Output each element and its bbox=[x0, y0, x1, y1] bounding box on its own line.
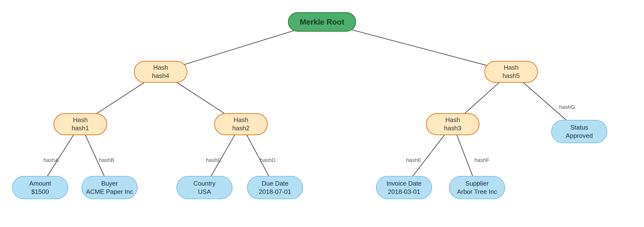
leaf-line1: Supplier bbox=[465, 179, 488, 187]
leaf-line1: Amount bbox=[29, 179, 51, 187]
leaf-node-leafA: Amount$1500 bbox=[12, 176, 68, 199]
leaf-node-leafC: CountryUSA bbox=[176, 176, 232, 199]
leaf-line2: Arbor Tree Inc bbox=[457, 187, 497, 196]
leaf-line2: USA bbox=[198, 187, 211, 196]
hash-line2: hash4 bbox=[152, 72, 170, 80]
leaf-node-leafF: SupplierArbor Tree Inc bbox=[449, 176, 505, 199]
hash-label-leafF: hashF bbox=[474, 157, 489, 163]
hash-label-leafB: hashB bbox=[99, 157, 114, 163]
hash-node-hash2: Hashhash2 bbox=[214, 113, 268, 135]
root-node: Merkle Root bbox=[288, 12, 356, 32]
leaf-line2: 2018-07-01 bbox=[259, 187, 291, 196]
hash-line2: hash3 bbox=[444, 124, 462, 132]
hash-label-leafE: hashE bbox=[406, 157, 421, 163]
hash-label-leafC: hashC bbox=[206, 157, 222, 163]
hash-line2: hash1 bbox=[72, 124, 89, 132]
leaf-line2: Approved bbox=[566, 132, 593, 140]
leaf-node-leafG: StatusApproved bbox=[551, 120, 607, 143]
hash-label-leafD: hashD bbox=[260, 157, 276, 163]
hash-node-hash5: Hashhash5 bbox=[484, 61, 538, 83]
leaf-line1: Buyer bbox=[101, 179, 118, 187]
hash-line1: Hash bbox=[446, 116, 460, 124]
hash-line1: Hash bbox=[234, 116, 248, 124]
hash-node-hash1: Hashhash1 bbox=[54, 113, 107, 135]
leaf-line1: Status bbox=[570, 123, 588, 132]
leaf-node-leafD: Due Date2018-07-01 bbox=[247, 176, 303, 199]
hash-node-hash3: Hashhash3 bbox=[426, 113, 480, 135]
leaf-node-leafE: Invoice Date2018-03-01 bbox=[376, 176, 432, 199]
leaf-line1: Country bbox=[193, 179, 216, 187]
leaf-line2: $1500 bbox=[32, 187, 49, 196]
merkle-tree: Merkle RootHashhash4Hashhash5Hashhash1Ha… bbox=[0, 0, 644, 227]
hash-label-leafA: hashA bbox=[44, 157, 59, 163]
hash-node-hash4: Hashhash4 bbox=[134, 61, 188, 83]
root-label: Merkle Root bbox=[300, 18, 344, 27]
hash-line1: Hash bbox=[504, 64, 519, 72]
hash-line2: hash5 bbox=[502, 72, 520, 80]
hash-label-leafG: hashG bbox=[559, 104, 575, 110]
leaf-line2: ACME Paper Inc bbox=[86, 187, 133, 196]
hash-line1: Hash bbox=[153, 64, 168, 72]
leaf-line1: Invoice Date bbox=[386, 179, 422, 187]
leaf-node-leafB: BuyerACME Paper Inc bbox=[82, 176, 138, 199]
hash-line1: Hash bbox=[73, 116, 88, 124]
leaf-line2: 2018-03-01 bbox=[388, 187, 420, 196]
leaf-line1: Due Date bbox=[262, 179, 288, 187]
hash-line2: hash2 bbox=[232, 124, 250, 132]
